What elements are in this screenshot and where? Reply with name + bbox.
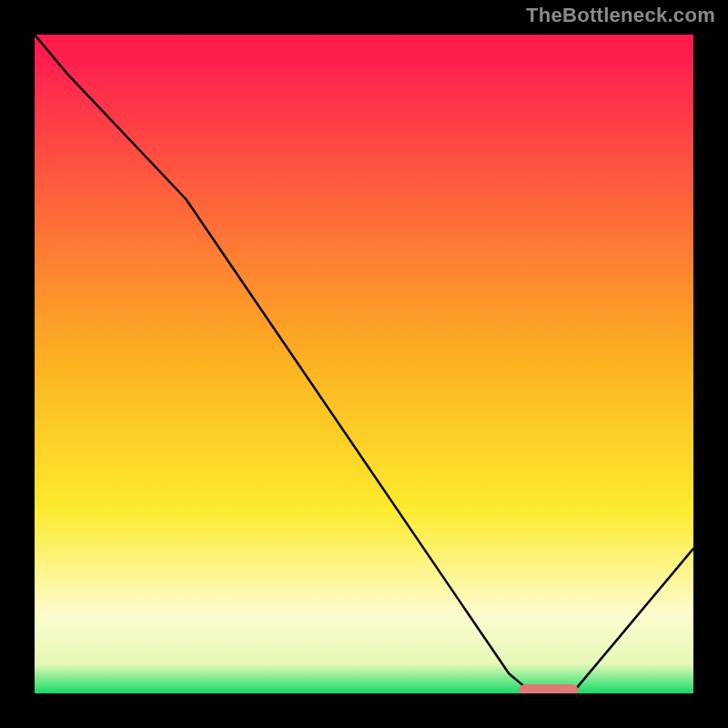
chart-svg xyxy=(35,35,693,693)
chart-frame: TheBottleneck.com xyxy=(0,0,728,728)
valley-marker xyxy=(519,684,578,693)
chart-background xyxy=(35,35,693,693)
watermark-text: TheBottleneck.com xyxy=(526,4,715,27)
plot-area xyxy=(35,35,693,693)
